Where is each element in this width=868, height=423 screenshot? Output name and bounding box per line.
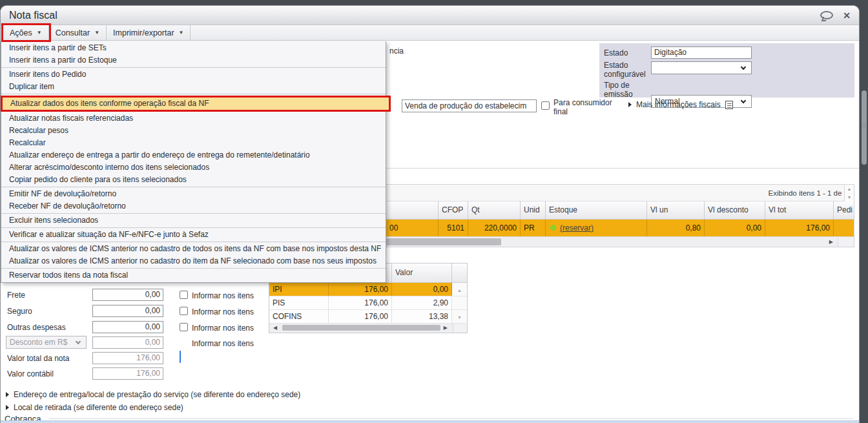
cell-vl-desconto: 0,00 bbox=[705, 220, 765, 236]
partial-reference-text: ncia bbox=[389, 46, 404, 56]
menu-item-highlighted[interactable]: Atualizar dados dos itens conforme opera… bbox=[1, 96, 391, 112]
tax-valor: 0,00 bbox=[392, 283, 452, 296]
valor-contabil-field: 176,00 bbox=[92, 367, 163, 380]
menu-item[interactable]: Inserir itens a partir de SETs bbox=[1, 42, 386, 54]
operacao-fiscal-field[interactable]: Venda de produção do estabelecim bbox=[402, 99, 537, 112]
cell-qt: 220,0000 bbox=[468, 220, 521, 236]
column-header-qt[interactable]: Qt bbox=[468, 201, 521, 219]
desconto-field[interactable]: 0,00 bbox=[92, 336, 163, 349]
menu-item[interactable]: Inserir itens a partir do Estoque bbox=[1, 54, 386, 67]
tax-row[interactable]: PIS 176,00 2,90 bbox=[269, 296, 467, 310]
scroll-right-icon[interactable]: ▶ bbox=[444, 325, 448, 331]
menu-item[interactable]: Recalcular pesos bbox=[1, 125, 386, 137]
cell-vl-un: 0,80 bbox=[647, 220, 705, 236]
menu-item[interactable]: Recalcular bbox=[1, 137, 386, 149]
tax-scroll-cell[interactable]: ▼ bbox=[452, 310, 467, 323]
seguro-label: Seguro bbox=[7, 307, 32, 316]
chevron-down-icon: ▼ bbox=[37, 30, 42, 36]
menu-item[interactable]: Alterar acréscimo/desconto interno dos i… bbox=[1, 161, 386, 174]
tax-column-header-scroll bbox=[452, 263, 467, 282]
column-header-cfop[interactable]: CFOP bbox=[439, 201, 468, 219]
tax-name: PIS bbox=[269, 296, 329, 309]
close-icon[interactable]: ✕ bbox=[843, 11, 851, 20]
outras-informar-checkbox[interactable] bbox=[180, 323, 188, 331]
tax-base: 176,00 bbox=[329, 283, 392, 296]
menu-item[interactable]: Atualizar notas fiscais referenciadas bbox=[1, 112, 386, 125]
menu-consultar[interactable]: Consultar ▼ bbox=[49, 25, 107, 40]
scroll-up-icon[interactable]: ▲ bbox=[847, 187, 852, 191]
acoes-dropdown-menu: Inserir itens a partir de SETs Inserir i… bbox=[1, 41, 386, 283]
tax-row-selected[interactable]: IPI 176,00 0,00 ▲ bbox=[269, 283, 467, 296]
tax-scroll-cell[interactable]: ▲ bbox=[452, 283, 467, 296]
menu-item[interactable]: Atualizar endereço de entrega a partir d… bbox=[1, 149, 386, 161]
menu-item[interactable]: Atualizar os valores de ICMS anterior no… bbox=[1, 255, 386, 267]
informar-label: Informar nos itens bbox=[192, 307, 254, 316]
menu-imprimir-exportar[interactable]: Imprimir/exportar ▼ bbox=[107, 25, 191, 40]
menu-item[interactable]: Verificar e atualizar situação da NF-e/N… bbox=[1, 229, 386, 241]
scroll-left-icon[interactable]: ◀ bbox=[273, 325, 277, 331]
column-header-vl-tot[interactable]: Vl tot bbox=[765, 201, 834, 219]
chevron-down-icon bbox=[741, 65, 746, 70]
informar-label: Informar nos itens bbox=[192, 324, 254, 333]
column-header-pedido[interactable]: Pedi bbox=[834, 201, 854, 219]
endereco-entrega-expander[interactable]: Endereço de entrega/local de prestação d… bbox=[6, 390, 300, 399]
estado-configuravel-select[interactable] bbox=[651, 61, 752, 74]
document-icon[interactable] bbox=[725, 101, 733, 109]
menubar: Ações ▼ Consultar ▼ Imprimir/exportar ▼ bbox=[1, 25, 859, 41]
titlebar: Nota fiscal ✕ bbox=[1, 6, 859, 25]
menu-item[interactable]: Duplicar item bbox=[1, 81, 386, 93]
informar-label: Informar nos itens bbox=[192, 339, 254, 348]
content-area: ncia Estado Digitação Estadoconfigurável… bbox=[1, 41, 859, 423]
scrollbar-thumb[interactable] bbox=[282, 325, 440, 331]
scrollbar-corner bbox=[453, 324, 467, 333]
tax-name: IPI bbox=[269, 283, 329, 296]
tax-valor: 13,38 bbox=[392, 310, 452, 323]
menu-item[interactable]: Copiar pedido do cliente para os itens s… bbox=[1, 174, 386, 186]
page-vertical-scrollbar[interactable] bbox=[862, 90, 867, 165]
mais-informacoes-fiscais-expander[interactable]: Mais informações fiscais bbox=[628, 100, 733, 109]
menu-acoes[interactable]: Ações ▼ bbox=[3, 25, 49, 40]
tax-valor: 2,90 bbox=[392, 296, 452, 309]
column-header-vl-desconto[interactable]: Vl desconto bbox=[705, 201, 765, 219]
column-header-vl-un[interactable]: Vl un bbox=[647, 201, 705, 219]
column-header-estoque[interactable]: Estoque bbox=[546, 201, 647, 219]
expander-arrow-icon bbox=[6, 405, 9, 410]
frete-field[interactable]: 0,00 bbox=[92, 289, 163, 301]
menu-item[interactable]: Reservar todos itens da nota fiscal bbox=[1, 269, 386, 282]
tax-name: COFINS bbox=[269, 310, 329, 323]
cell-pedido bbox=[834, 220, 854, 236]
cobranca-section-strip bbox=[1, 420, 859, 423]
desconto-informar-checkbox[interactable] bbox=[180, 351, 181, 363]
cell-vl-tot: 176,00 bbox=[765, 220, 834, 236]
menu-item[interactable]: Excluir itens selecionados bbox=[1, 214, 386, 227]
tax-column-header-valor[interactable]: Valor bbox=[392, 263, 452, 282]
tax-base: 176,00 bbox=[329, 296, 392, 309]
chevron-down-icon: ▼ bbox=[94, 30, 99, 36]
reservar-link[interactable]: (reservar) bbox=[560, 223, 594, 232]
local-retirada-expander[interactable]: Local de retirada (se diferente do ender… bbox=[6, 403, 183, 412]
tax-horizontal-scrollbar[interactable]: ◀ ▶ bbox=[269, 324, 467, 333]
estado-label: Estado bbox=[604, 48, 628, 57]
outras-despesas-field[interactable]: 0,00 bbox=[92, 321, 163, 333]
comment-icon[interactable] bbox=[820, 11, 833, 19]
valor-contabil-label: Valor contábil bbox=[7, 369, 54, 378]
seguro-informar-checkbox[interactable] bbox=[180, 307, 188, 315]
menu-item[interactable]: Emitir NF de devolução/retorno bbox=[1, 188, 386, 200]
nota-fiscal-window: Nota fiscal ✕ Ações ▼ Consultar ▼ Imprim… bbox=[0, 5, 860, 423]
scroll-right-icon[interactable]: ▶ bbox=[829, 240, 833, 245]
frete-informar-checkbox[interactable] bbox=[180, 291, 188, 299]
scroll-down-icon[interactable]: ▼ bbox=[847, 195, 852, 200]
tax-row[interactable]: COFINS 176,00 13,38 ▼ bbox=[269, 310, 467, 324]
grid-vertical-scrollbar[interactable]: ▲ ▼ bbox=[844, 185, 854, 201]
menu-item[interactable]: Inserir itens do Pedido bbox=[1, 68, 386, 81]
desconto-select[interactable]: Desconto em R$ bbox=[6, 336, 87, 349]
informar-label: Informar nos itens bbox=[192, 291, 254, 300]
menu-item[interactable]: Atualizar os valores de ICMS anterior no… bbox=[1, 243, 386, 255]
consumidor-final-checkbox[interactable] bbox=[541, 101, 550, 110]
seguro-field[interactable]: 0,00 bbox=[92, 305, 163, 317]
menu-item[interactable]: Receber NF de devolução/retorno bbox=[1, 200, 386, 212]
column-header-unid[interactable]: Unid bbox=[521, 201, 546, 219]
tax-scroll-cell bbox=[452, 296, 467, 309]
status-panel: Estado Digitação Estadoconfigurável Tipo… bbox=[599, 43, 854, 98]
estado-field[interactable]: Digitação bbox=[651, 46, 752, 59]
